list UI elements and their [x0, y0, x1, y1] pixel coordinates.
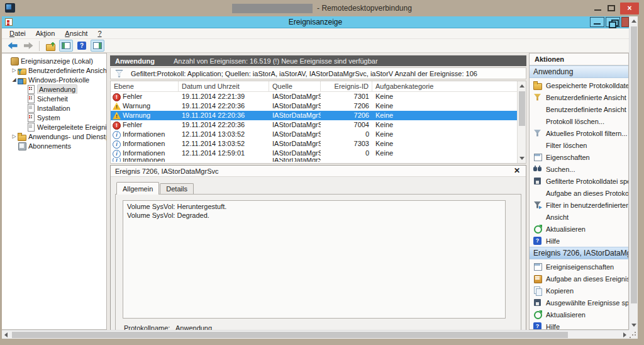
event-row[interactable]: Informationen 12.11.2014 12:59:01 IAStor… [111, 149, 526, 158]
apps-services-icon [18, 132, 26, 140]
actions-items: Ereigniseigenschaften Aufgabe an dieses … [530, 259, 628, 330]
event-message-line: Volume SysVol: Heruntergestuft. [127, 202, 501, 211]
tree-item-root[interactable]: Ereignisanzeige (Lokal) [2, 56, 106, 65]
window-minimize-button[interactable] [590, 17, 604, 27]
action-import-custom-view[interactable]: Benutzerdefinierte Ansicht imp.. [530, 103, 628, 115]
action-create-custom-view[interactable]: Benutzerdefinierte Ansicht erste. [530, 91, 628, 103]
action-refresh-event[interactable]: Aktualisieren [530, 308, 628, 320]
actions-section-ereignis[interactable]: Ereignis 7206, IAStorDataMg. [530, 247, 628, 259]
save-icon [533, 177, 542, 185]
action-help-event[interactable]: Hilfe [530, 320, 628, 330]
action-copy[interactable]: Kopieren [530, 285, 628, 297]
tree-item-anwendung[interactable]: Anwendung [2, 84, 106, 94]
tree-item-windows-logs[interactable]: ◢ Windows-Protokolle [2, 75, 106, 84]
windows-logs-icon [18, 76, 26, 84]
scroll-up-icon[interactable] [631, 20, 636, 23]
redacted-computer-name [232, 4, 313, 13]
column-header-aufgabenkategorie[interactable]: Aufgabenkategorie [372, 81, 526, 91]
filter-bar[interactable]: Gefiltert:Protokoll: Application; Quelle… [110, 67, 526, 79]
rdp-minimize-button[interactable] [594, 4, 602, 12]
menu-help[interactable]: ? [92, 28, 106, 38]
action-event-properties[interactable]: Ereigniseigenschaften [530, 261, 628, 273]
tree-item-installation[interactable]: Installation [2, 103, 106, 113]
collapsed-expander-icon[interactable]: ▷ [11, 132, 18, 141]
column-header-quelle[interactable]: Quelle [269, 81, 321, 91]
event-row-selected[interactable]: Warnung 19.11.2014 22:20:36 IAStorDataMg… [111, 111, 526, 120]
help-icon [533, 237, 542, 245]
tree-item-sicherheit[interactable]: Sicherheit [2, 94, 106, 103]
close-icon[interactable]: ✕ [513, 166, 521, 176]
menu-ansicht[interactable]: Ansicht [60, 28, 92, 38]
action-save-filter-to-custom-view[interactable]: Filter in benutzerdefinierter Ans. [530, 199, 628, 211]
action-attach-task-to-log[interactable]: Aufgabe an dieses Protokoll anf. [530, 187, 628, 199]
tab-details[interactable]: Details [160, 183, 194, 195]
rdp-vertical-scrollbar[interactable] [629, 16, 638, 330]
tree-item-system[interactable]: System [2, 113, 106, 122]
scrollbar-thumb[interactable] [519, 91, 525, 126]
scrollbar-thumb[interactable] [12, 332, 568, 338]
scroll-left-icon[interactable] [4, 332, 8, 337]
help-button[interactable]: ? [75, 40, 89, 52]
window-close-button[interactable] [621, 17, 629, 27]
column-header-ebene[interactable]: Ebene [111, 81, 179, 91]
no-icon [533, 213, 542, 221]
action-open-saved-log[interactable]: Gespeicherte Protokolldatei öff.. [530, 79, 628, 91]
action-filter-current-log[interactable]: Aktuelles Protokoll filtern... [530, 127, 628, 139]
error-icon [113, 93, 121, 101]
action-view[interactable]: Ansicht [530, 211, 628, 223]
tree-item-custom-views[interactable]: ▷ Benutzerdefinierte Ansichten [2, 65, 106, 75]
column-header-ereignis-id[interactable]: Ereignis-ID [321, 81, 372, 91]
actions-section-anwendung[interactable]: Anwendung [530, 65, 628, 78]
event-message-box[interactable]: Volume SysVol: Heruntergestuft. Volume S… [123, 200, 506, 319]
action-help[interactable]: Hilfe [530, 235, 628, 247]
grip-dots-icon [635, 332, 636, 333]
toggle-console-tree-button[interactable] [59, 40, 73, 52]
rdp-close-button[interactable]: × [620, 3, 639, 14]
menu-datei[interactable]: Datei [4, 28, 31, 38]
tree-item-weitergeleitete[interactable]: Weitergeleitete Ereignisse [2, 122, 106, 132]
scroll-down-icon[interactable] [519, 157, 525, 160]
scroll-down-icon[interactable] [631, 324, 636, 327]
tab-allgemein[interactable]: Allgemein [116, 182, 159, 195]
forward-button[interactable] [21, 40, 35, 52]
action-find[interactable]: Suchen... [530, 163, 628, 175]
toolbar: ? [2, 39, 629, 53]
system-log-icon [26, 113, 35, 122]
column-header-datum[interactable]: Datum und Uhrzeit [179, 81, 269, 91]
action-save-selected-events[interactable]: Ausgewählte Ereignisse speiche. [530, 297, 628, 308]
toggle-action-pane-button[interactable] [91, 40, 104, 52]
action-refresh[interactable]: Aktualisieren [530, 223, 628, 235]
collapsed-expander-icon[interactable]: ▷ [11, 65, 18, 75]
tree-item-apps-services[interactable]: ▷ Anwendungs- und Dienstprotokolle [2, 132, 106, 141]
event-row[interactable]: Fehler 19.11.2014 22:21:39 IAStorDataMgr… [111, 92, 526, 101]
open-saved-log-button[interactable] [43, 40, 57, 52]
event-row-partial[interactable]: Informationen IAStorDataMgrSvc [111, 158, 526, 162]
rdp-maximize-button[interactable] [608, 5, 615, 11]
event-list-scrollbar[interactable] [517, 81, 526, 163]
action-attach-task-to-event[interactable]: Aufgabe an dieses Ereignis anfü. [530, 273, 628, 285]
back-button[interactable] [6, 40, 19, 52]
tree-item-abonnements[interactable]: Abonnements [2, 141, 106, 150]
actions-pane: Aktionen Anwendung Gespeicherte Protokol… [529, 53, 629, 330]
rdp-horizontal-scrollbar[interactable] [2, 330, 629, 339]
refresh-icon [533, 310, 542, 319]
filter-text: Gefiltert:Protokoll: Application; Quelle… [131, 70, 477, 77]
scroll-right-icon[interactable] [623, 332, 626, 337]
event-row[interactable]: Informationen 12.11.2014 13:03:52 IAStor… [111, 130, 526, 139]
event-row[interactable]: Warnung 19.11.2014 22:20:36 IAStorDataMg… [111, 101, 526, 111]
expanded-expander-icon[interactable]: ◢ [11, 75, 18, 84]
scrollbar-thumb[interactable] [631, 26, 637, 303]
info-icon [113, 158, 121, 162]
action-properties[interactable]: Eigenschaften [530, 151, 628, 163]
window-restore-button[interactable] [606, 17, 620, 27]
action-clear-filter[interactable]: Filter löschen [530, 139, 628, 151]
action-clear-log[interactable]: Protokoll löschen... [530, 115, 628, 127]
event-list-header: Ebene Datum und Uhrzeit Quelle Ereignis-… [111, 81, 526, 92]
resize-grip[interactable] [629, 330, 638, 339]
event-row[interactable]: Fehler 19.11.2014 22:20:36 IAStorDataMgr… [111, 120, 526, 130]
setup-log-icon [26, 104, 35, 112]
action-save-filtered-log[interactable]: Gefilterte Protokolldatei speich.. [530, 175, 628, 187]
event-row[interactable]: Informationen 12.11.2014 13:03:52 IAStor… [111, 139, 526, 149]
menu-aktion[interactable]: Aktion [31, 28, 60, 38]
scroll-up-icon[interactable] [519, 84, 525, 88]
